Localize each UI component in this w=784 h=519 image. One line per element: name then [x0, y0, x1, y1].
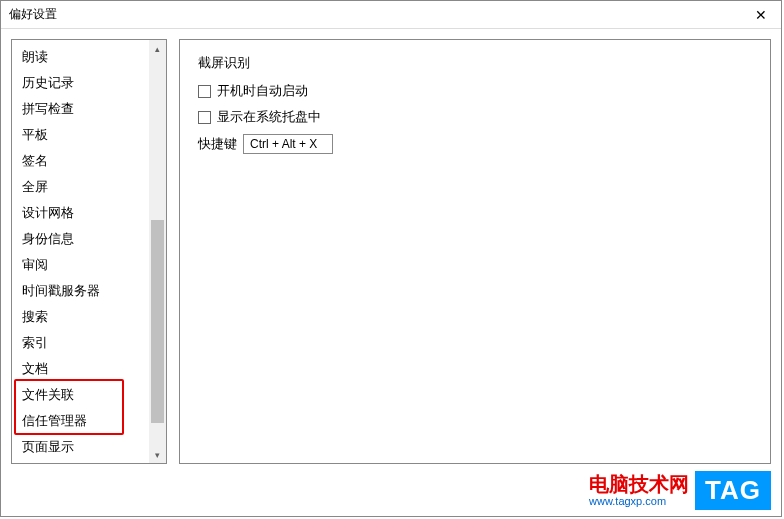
watermark-brand: 电脑技术网	[589, 473, 689, 495]
tray-row: 显示在系统托盘中	[198, 108, 752, 126]
shortcut-row: 快捷键	[198, 134, 752, 154]
sidebar-scroll[interactable]: 朗读历史记录拼写检查平板签名全屏设计网格身份信息审阅时间戳服务器搜索索引文档文件…	[12, 40, 166, 463]
autostart-checkbox[interactable]	[198, 85, 211, 98]
settings-panel: 截屏识别 开机时自动启动 显示在系统托盘中 快捷键	[179, 39, 771, 464]
autostart-label: 开机时自动启动	[217, 82, 308, 100]
scrollbar: ▴ ▾	[149, 40, 166, 463]
tray-label: 显示在系统托盘中	[217, 108, 321, 126]
sidebar-item[interactable]: 审阅	[12, 252, 166, 278]
close-icon: ✕	[755, 7, 767, 23]
watermark-text: 电脑技术网 www.tagxp.com	[589, 473, 689, 507]
sidebar-item[interactable]: 文档	[12, 356, 166, 382]
sidebar-item[interactable]: 签名	[12, 148, 166, 174]
category-sidebar: 朗读历史记录拼写检查平板签名全屏设计网格身份信息审阅时间戳服务器搜索索引文档文件…	[11, 39, 167, 464]
sidebar-item[interactable]: 朗读	[12, 44, 166, 70]
sidebar-item[interactable]: 信任管理器	[12, 408, 166, 434]
sidebar-item[interactable]: 页面显示	[12, 434, 166, 460]
shortcut-label: 快捷键	[198, 135, 237, 153]
watermark-url: www.tagxp.com	[589, 495, 666, 507]
sidebar-item[interactable]: 平板	[12, 122, 166, 148]
sidebar-item[interactable]: 全屏	[12, 174, 166, 200]
scroll-track[interactable]	[149, 57, 166, 446]
content-area: 朗读历史记录拼写检查平板签名全屏设计网格身份信息审阅时间戳服务器搜索索引文档文件…	[1, 29, 781, 474]
sidebar-list: 朗读历史记录拼写检查平板签名全屏设计网格身份信息审阅时间戳服务器搜索索引文档文件…	[12, 40, 166, 463]
titlebar: 偏好设置 ✕	[1, 1, 781, 29]
sidebar-item[interactable]: 文件关联	[12, 382, 166, 408]
autostart-row: 开机时自动启动	[198, 82, 752, 100]
sidebar-item[interactable]: 拼写检查	[12, 96, 166, 122]
shortcut-input[interactable]	[243, 134, 333, 154]
footer: 电脑技术网 www.tagxp.com TAG	[1, 474, 781, 516]
sidebar-item[interactable]: 搜索	[12, 304, 166, 330]
sidebar-item[interactable]: 时间戳服务器	[12, 278, 166, 304]
scroll-up-arrow-icon[interactable]: ▴	[149, 40, 166, 57]
scroll-thumb[interactable]	[151, 220, 164, 422]
section-title: 截屏识别	[198, 54, 752, 72]
sidebar-item[interactable]: 身份信息	[12, 226, 166, 252]
scroll-down-arrow-icon[interactable]: ▾	[149, 446, 166, 463]
watermark-tag: TAG	[695, 471, 771, 510]
tray-checkbox[interactable]	[198, 111, 211, 124]
sidebar-item[interactable]: 语言	[12, 460, 166, 463]
preferences-window: 偏好设置 ✕ 朗读历史记录拼写检查平板签名全屏设计网格身份信息审阅时间戳服务器搜…	[0, 0, 782, 517]
close-button[interactable]: ✕	[749, 5, 773, 25]
sidebar-item[interactable]: 索引	[12, 330, 166, 356]
watermark: 电脑技术网 www.tagxp.com TAG	[589, 471, 771, 510]
window-title: 偏好设置	[9, 6, 57, 23]
sidebar-item[interactable]: 历史记录	[12, 70, 166, 96]
sidebar-item[interactable]: 设计网格	[12, 200, 166, 226]
